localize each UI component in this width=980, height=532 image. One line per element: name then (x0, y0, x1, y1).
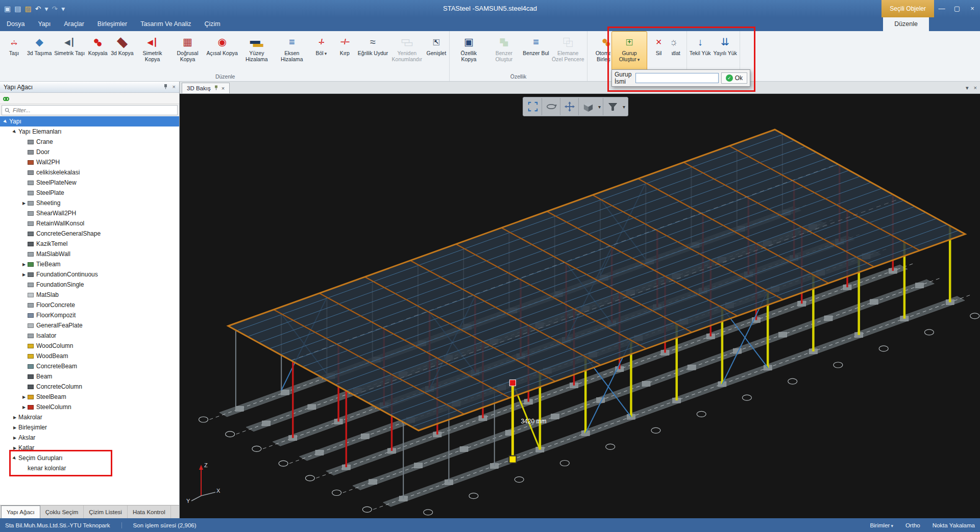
tree-item-retainwallkonsol[interactable]: RetainWallKonsol (0, 218, 179, 229)
yay-l-y-k-button[interactable]: ⇊Yayılı Yük (713, 32, 738, 73)
y-zey-hizalama-button[interactable]: ▬▬Yüzey Hizalama (239, 32, 274, 73)
geni-let-button[interactable]: □↖Genişlet (425, 32, 448, 73)
menu-item-izim[interactable]: Çizim (198, 17, 227, 31)
menu-item-dosya[interactable]: Dosya (0, 17, 31, 31)
tree-item-door[interactable]: Door (0, 147, 179, 157)
tree-item-foundationsingle[interactable]: FoundationSingle (0, 280, 179, 290)
tree-item-yap[interactable]: ▶Yapı (0, 116, 179, 126)
status-nokta-yakalama[interactable]: Nokta Yakalama (933, 522, 975, 528)
pan-button[interactable] (560, 98, 579, 115)
tree-item-matslab[interactable]: MatSlab (0, 290, 179, 300)
e-rilik-uydur-button[interactable]: ≈Eğrilik Uydur (357, 32, 389, 73)
contextual-tab-group[interactable]: Seçili Objeler (881, 0, 934, 17)
tree-item-woodbeam[interactable]: WoodBeam (0, 351, 179, 361)
tree-item-tiebeam[interactable]: ▶TieBeam (0, 259, 179, 269)
tree-item-crane[interactable]: Crane (0, 137, 179, 147)
undo-dropdown-icon[interactable]: ▾ (44, 5, 48, 12)
pin-icon[interactable] (214, 85, 218, 91)
b-l-button[interactable]: -/-Böl▾ (310, 32, 333, 73)
3d-model[interactable]: 3420 mm (180, 94, 980, 518)
tree-item-beam[interactable]: Beam (0, 371, 179, 382)
open-folder-icon[interactable]: ▨ (24, 5, 31, 12)
menu-item-yap[interactable]: Yapı (31, 17, 57, 31)
3d-ta-ma-button[interactable]: ◆3d Taşıma (26, 32, 53, 73)
3d-kopya-button[interactable]: ◆◆3d Kopya (110, 32, 134, 73)
app-icon[interactable]: ▣ (4, 5, 11, 12)
qat-customize-icon[interactable]: ▾ (61, 5, 65, 12)
status-birimler[interactable]: Birimler▾ (870, 522, 893, 528)
tree-item-concretegeneralshape[interactable]: ConcreteGeneralShape (0, 229, 179, 239)
panel-tab-yap-a-ac[interactable]: Yapı Ağacı (1, 505, 40, 518)
panel-tab-hata-kontrol[interactable]: Hata Kontrol (128, 505, 171, 518)
zellik-kopya-button[interactable]: ▣Özellik Kopya (451, 32, 486, 73)
expander-icon[interactable]: ▶ (20, 201, 28, 206)
tree-item-woodcolumn[interactable]: WoodColumn (0, 341, 179, 351)
panel-tab-izim-listesi[interactable]: Çizim Listesi (84, 505, 128, 518)
tree-item-floorconcrete[interactable]: FloorConcrete (0, 300, 179, 310)
expander-icon[interactable]: ▶ (20, 272, 28, 277)
group-name-input[interactable] (635, 73, 719, 83)
orbit-button[interactable] (542, 98, 560, 115)
tree-item-steelcolumn[interactable]: ▶SteelColumn (0, 402, 179, 412)
eksen-hizalama-button[interactable]: ≡Eksen Hizalama (275, 32, 309, 73)
close-icon[interactable]: × (173, 84, 176, 90)
undo-icon[interactable]: ↶ (35, 5, 41, 12)
tree-item-steelplatenew[interactable]: SteelPlateNew (0, 178, 179, 188)
tree-item-wall2ph[interactable]: Wall2PH (0, 157, 179, 167)
pin-icon[interactable] (163, 84, 168, 90)
minimize-button[interactable]: — (934, 0, 949, 17)
tree-item-steelplate[interactable]: SteelPlate (0, 188, 179, 198)
expander-icon[interactable]: ▶ (11, 446, 18, 450)
close-icon[interactable]: × (974, 85, 977, 91)
close-tab-icon[interactable]: × (222, 85, 225, 91)
tree-item-concretebeam[interactable]: ConcreteBeam (0, 361, 179, 371)
tree-item-foundationcontinuous[interactable]: ▶FoundationContinuous (0, 269, 179, 280)
k-rp-button[interactable]: −/−Kırp (333, 32, 356, 73)
simetrik-ta-button[interactable]: ◀┃Simetrik Taşı (53, 32, 86, 73)
view-cube-button[interactable]: ▾ (579, 98, 603, 115)
tree-item-sheeting[interactable]: ▶Sheeting (0, 198, 179, 208)
expander-icon[interactable]: ▶ (11, 415, 18, 420)
tree-item-matslabwall[interactable]: MatSlabWall (0, 249, 179, 259)
tree-item-floorkompozit[interactable]: FloorKompozit (0, 310, 179, 320)
tree-item-shearwall2ph[interactable]: ShearWall2PH (0, 208, 179, 218)
expander-icon[interactable]: ▶ (2, 117, 10, 125)
tree-item-concretecolumn[interactable]: ConcreteColumn (0, 382, 179, 392)
tree-item-se-im-guruplar[interactable]: ▶Seçim Gurupları (0, 453, 179, 463)
expander-icon[interactable]: ▶ (11, 436, 18, 440)
tree-item-steelbeam[interactable]: ▶SteelBeam (0, 392, 179, 402)
menu-item-ara-lar[interactable]: Araçlar (57, 17, 91, 31)
ok-button[interactable]: ✓ Ok (721, 72, 747, 84)
filter-button[interactable]: ▾ (603, 98, 627, 115)
tree-item-kaziktemel[interactable]: KazikTemel (0, 239, 179, 249)
tekil-y-k-button[interactable]: ↓Tekil Yük (689, 32, 712, 73)
kopyala-button[interactable]: ●●Kopyala (86, 32, 109, 73)
fit-view-button[interactable] (524, 98, 542, 115)
expander-icon[interactable]: ▶ (20, 405, 28, 410)
do-rusal-kopya-button[interactable]: ▦Doğrusal Kopya (170, 32, 205, 73)
simetrik-kopya-button[interactable]: ◀┃Simetrik Kopya (135, 32, 170, 73)
tab-3d-view[interactable]: 3D Bakış × (182, 83, 230, 93)
expander-icon[interactable]: ▶ (11, 454, 19, 462)
redo-icon[interactable]: ↷ (52, 5, 58, 12)
expander-icon[interactable]: ▶ (20, 395, 28, 399)
tree-item-makrolar[interactable]: ▶Makrolar (0, 412, 179, 422)
filter-input[interactable] (13, 107, 175, 113)
tab-list-icon[interactable]: ▾ (966, 85, 969, 91)
ta-button[interactable]: ↔↕Taşı (3, 32, 26, 73)
tree-item-akslar[interactable]: ▶Akslar (0, 433, 179, 443)
tree-item-celikiskelekalasi[interactable]: celikiskelekalasi (0, 167, 179, 178)
tree-item-birle-imler[interactable]: ▶Birleşimler (0, 422, 179, 433)
panel-tab-oklu-se-im[interactable]: Çoklu Seçim (40, 505, 84, 518)
tree-item-kenar-kolonlar[interactable]: kenar kolonlar (0, 463, 179, 473)
save-icon[interactable]: ▤ (14, 5, 21, 12)
menu-item-tasar-m-ve-analiz[interactable]: Tasarım Ve Analiz (134, 17, 198, 31)
select-linked-icon[interactable] (3, 94, 9, 103)
viewport-canvas[interactable]: 3420 mm ▾ (180, 94, 980, 518)
expander-icon[interactable]: ▶ (20, 262, 28, 267)
tree-item-katlar[interactable]: ▶Katlar (0, 443, 179, 453)
status-ortho[interactable]: Ortho (905, 522, 920, 528)
tree-item-generalfeaplate[interactable]: GeneralFeaPlate (0, 320, 179, 331)
a-sal-kopya-button[interactable]: ◉Açısal Kopya (206, 32, 239, 73)
maximize-button[interactable]: ▢ (949, 0, 965, 17)
